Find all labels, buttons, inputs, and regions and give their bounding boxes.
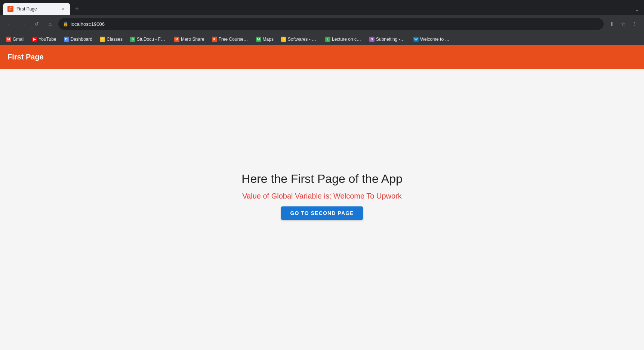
bookmark-freecourses[interactable]: FFree Courses Onlin... [209,34,252,44]
address-bar: ← → ↺ ⌂ 🔒 localhost:19006 ⬆ ☆ ⋮ [0,15,644,33]
bookmark-studocu[interactable]: SStuDocu - Free sum... [127,34,170,44]
browser-chrome: F First Page × + ⌄ ← → ↺ ⌂ 🔒 localhost:1… [0,0,644,45]
bookmark-meroshare[interactable]: MMero Share [171,34,207,44]
lock-icon: 🔒 [63,21,68,27]
bookmark-favicon-youtube: ▶ [32,37,37,42]
tab-strip-overflow[interactable]: ⌄ [633,4,641,14]
bookmark-favicon-subnetting: S [369,37,375,42]
favorite-button[interactable]: ☆ [618,19,628,29]
bookmark-favicon-lecture: L [325,37,330,42]
reload-button[interactable]: ↺ [31,19,42,29]
new-tab-button[interactable]: + [72,4,82,14]
app-body: Here the First Page of the App Value of … [0,69,644,323]
overflow-menu-button[interactable]: ⋮ [629,19,640,29]
forward-button[interactable]: → [18,19,28,29]
url-text: localhost:19006 [71,21,599,27]
bookmark-youtube[interactable]: ▶YouTube [29,34,59,44]
active-tab[interactable]: F First Page × [3,3,70,15]
bookmark-softwares[interactable]: SSoftwares - Google... [278,34,321,44]
bookmark-lecture[interactable]: LLecture on c progra... [322,34,365,44]
bookmark-favicon-classes: C [100,37,105,42]
bookmark-favicon-maps: M [256,37,261,42]
bookmark-label-youtube: YouTube [38,37,56,42]
tab-close-button[interactable]: × [60,6,66,12]
bookmark-favicon-welcometo: W [413,37,419,42]
bookmark-welcometo[interactable]: WWelcome to lin... [410,34,453,44]
home-button[interactable]: ⌂ [45,19,55,29]
bookmark-favicon-softwares: S [281,37,286,42]
bookmark-favicon-studocu: S [130,37,135,42]
app-header-title: First Page [7,53,44,61]
bookmark-favicon-dashboard: D [64,37,69,42]
tab-bar: F First Page × + ⌄ [0,0,644,15]
bookmark-label-softwares: Softwares - Google... [288,37,318,42]
bookmark-label-freecourses: Free Courses Onlin... [219,37,249,42]
bookmark-classes[interactable]: CClasses [97,34,126,44]
bookmark-gmail[interactable]: MGmail [3,34,27,44]
bookmark-label-maps: Maps [263,37,274,42]
tab-title: First Page [16,6,57,12]
toolbar-buttons: ⬆ ☆ ⋮ [607,19,640,29]
tab-favicon: F [7,6,13,12]
bookmark-label-studocu: StuDocu - Free sum... [137,37,167,42]
bookmark-label-welcometo: Welcome to lin... [420,37,450,42]
back-button[interactable]: ← [4,19,15,29]
main-heading: Here the First Page of the App [241,172,402,186]
bookmark-label-subnetting: Subnetting - Netwo... [376,37,406,42]
bookmark-subnetting[interactable]: SSubnetting - Netwo... [366,34,409,44]
address-input[interactable]: 🔒 localhost:19006 [58,18,604,30]
app-header: First Page [0,45,644,69]
bookmark-favicon-freecourses: F [212,37,217,42]
bookmark-label-dashboard: Dashboard [71,37,93,42]
bookmark-label-classes: Classes [107,37,123,42]
bookmark-favicon-gmail: M [6,37,11,42]
bookmark-label-gmail: Gmail [13,37,24,42]
bookmark-label-meroshare: Mero Share [181,37,204,42]
go-to-second-page-button[interactable]: GO TO SECOND PAGE [281,206,363,220]
bookmark-maps[interactable]: MMaps [253,34,277,44]
bookmark-favicon-meroshare: M [174,37,179,42]
bookmark-label-lecture: Lecture on c progra... [332,37,362,42]
global-variable-text: Value of Global Variable is: Welcome To … [242,192,402,200]
bookmark-dashboard[interactable]: DDashboard [61,34,96,44]
bookmarks-bar: MGmail▶YouTubeDDashboardCClassesSStuDocu… [0,33,644,45]
share-button[interactable]: ⬆ [607,19,617,29]
